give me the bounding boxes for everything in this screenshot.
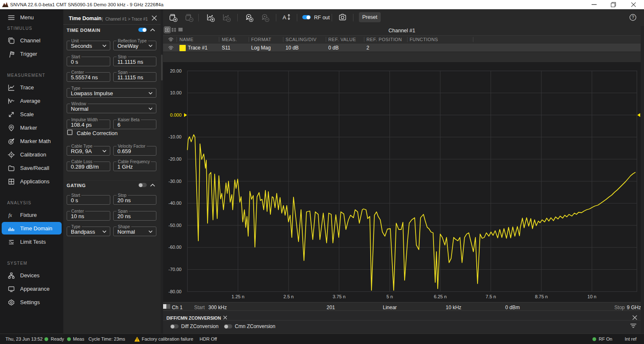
svg-text:5 n: 5 n	[387, 294, 393, 299]
svg-text:6.25 n: 6.25 n	[434, 294, 447, 299]
svg-text:0.000: 0.000	[170, 112, 182, 117]
svg-text:fx: fx	[8, 212, 12, 218]
svg-text:-80.00: -80.00	[169, 289, 182, 294]
svg-text:-60.00: -60.00	[169, 245, 182, 250]
svg-text:-20.00: -20.00	[169, 156, 182, 162]
svg-text:20.00: 20.00	[170, 68, 182, 73]
svg-text:3.75 n: 3.75 n	[333, 294, 346, 299]
svg-text:1.25 n: 1.25 n	[231, 294, 244, 299]
svg-text:8.75 n: 8.75 n	[535, 294, 548, 299]
svg-text:-30.00: -30.00	[169, 179, 182, 184]
svg-text:-40.00: -40.00	[169, 201, 182, 206]
svg-text:7.5 n: 7.5 n	[486, 294, 496, 299]
svg-text:-50.00: -50.00	[169, 223, 182, 228]
svg-text:-10.00: -10.00	[169, 134, 182, 139]
svg-text:-70.00: -70.00	[169, 267, 182, 272]
svg-text:?: ?	[632, 15, 634, 20]
svg-text:10 n: 10 n	[587, 294, 596, 299]
svg-text:10.00: 10.00	[170, 90, 182, 95]
svg-text:2.5 n: 2.5 n	[283, 294, 293, 299]
